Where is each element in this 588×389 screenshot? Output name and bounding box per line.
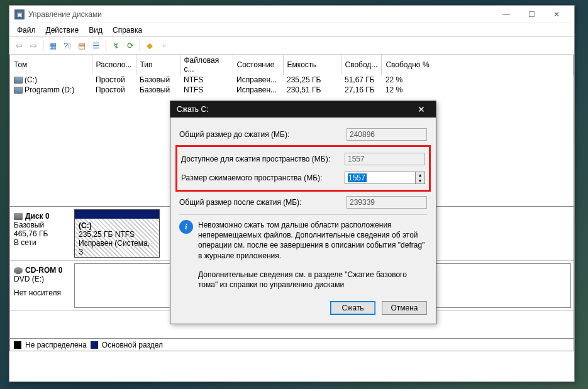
field-available: 1557 [345, 153, 425, 165]
col-volume[interactable]: Том [10, 55, 92, 75]
legend-primary-swatch [91, 341, 98, 349]
properties-icon[interactable]: ▫ [157, 39, 171, 53]
field-size-before: 240896 [347, 128, 427, 141]
cdrom-info[interactable]: CD-ROM 0 DVD (E:) Нет носителя [13, 263, 70, 308]
info-text-1: Невозможно сжать том дальше области расп… [198, 220, 427, 261]
label-size-before: Общий размер до сжатия (МБ): [179, 130, 347, 139]
add-icon[interactable]: ◆ [143, 39, 157, 53]
dialog-titlebar[interactable]: Сжать C: ✕ [170, 101, 436, 118]
close-button[interactable]: ✕ [544, 6, 569, 23]
menu-action[interactable]: Действие [41, 25, 84, 36]
label-shrink-amount: Размер сжимаемого пространства (МБ): [181, 173, 345, 182]
label-size-after: Общий размер после сжатия (МБ): [179, 198, 347, 207]
legend-primary: Основной раздел [102, 341, 163, 349]
col-fs[interactable]: Файловая с... [180, 55, 233, 75]
legend-unallocated-swatch [14, 341, 21, 349]
info-icon: i [179, 220, 193, 234]
action-icon[interactable]: ↯ [109, 39, 123, 53]
calendar-icon[interactable]: ▤ [75, 39, 89, 53]
menubar: Файл Действие Вид Справка [9, 23, 574, 37]
volume-icon [14, 77, 23, 84]
legend: Не распределена Основной раздел [9, 339, 574, 351]
shrink-input[interactable] [348, 173, 367, 182]
disk-info[interactable]: Диск 0 Базовый 465,76 ГБ В сети [13, 209, 70, 258]
col-pct[interactable]: Свободно % [382, 55, 574, 75]
col-capacity[interactable]: Емкость [283, 55, 341, 75]
col-layout[interactable]: Располо... [92, 55, 136, 75]
shrink-dialog: Сжать C: ✕ Общий размер до сжатия (МБ): … [170, 101, 436, 324]
label-available: Доступное для сжатия пространство (МБ): [181, 155, 345, 163]
forward-icon[interactable]: ⇨ [26, 39, 40, 53]
shrink-button[interactable]: Сжать [330, 301, 375, 315]
app-icon: ▣ [14, 9, 25, 19]
field-size-after: 239339 [347, 196, 427, 209]
back-icon[interactable]: ⇦ [12, 39, 26, 53]
spinner[interactable]: ▲▼ [416, 172, 425, 184]
list-icon[interactable]: ☰ [89, 39, 103, 53]
col-type[interactable]: Тип [136, 55, 180, 75]
legend-unallocated: Не распределена [25, 341, 87, 349]
volume-icon [14, 87, 23, 94]
maximize-button[interactable]: ☐ [519, 6, 544, 23]
col-status[interactable]: Состояние [233, 55, 283, 75]
menu-file[interactable]: Файл [12, 25, 41, 36]
partition[interactable]: (C:) 235,25 ГБ NTFS Исправен (Система, З [74, 209, 160, 258]
window-title: Управление дисками [28, 10, 494, 19]
volume-row[interactable]: Programm (D:) ПростойБазовыйNTFS Исправе… [10, 85, 574, 95]
grid-icon[interactable]: ▦ [46, 39, 60, 53]
help-icon[interactable]: ?⃞ [60, 39, 74, 53]
toolbar: ⇦ ⇨ ▦ ?⃞ ▤ ☰ ↯ ⟳ ◆ ▫ [9, 37, 574, 55]
info-text-2: Дополнительные сведения см. в разделе "С… [198, 270, 427, 290]
spin-up-icon: ▲ [416, 172, 424, 178]
minimize-button[interactable]: — [494, 6, 519, 23]
volume-row[interactable]: (C:) ПростойБазовыйNTFS Исправен...235,2… [10, 75, 574, 85]
dialog-title: Сжать C: [177, 105, 413, 114]
dialog-close-button[interactable]: ✕ [413, 102, 430, 117]
col-free[interactable]: Свобод... [341, 55, 382, 75]
menu-view[interactable]: Вид [84, 25, 108, 36]
cdrom-icon [14, 267, 23, 274]
menu-help[interactable]: Справка [108, 25, 147, 36]
highlighted-region: Доступное для сжатия пространство (МБ): … [175, 145, 431, 192]
spin-down-icon: ▼ [416, 178, 424, 184]
titlebar[interactable]: ▣ Управление дисками — ☐ ✕ [9, 6, 574, 23]
refresh-icon[interactable]: ⟳ [123, 39, 137, 53]
cancel-button[interactable]: Отмена [382, 301, 427, 315]
field-shrink-amount[interactable] [345, 172, 416, 184]
disk-icon [14, 213, 23, 220]
